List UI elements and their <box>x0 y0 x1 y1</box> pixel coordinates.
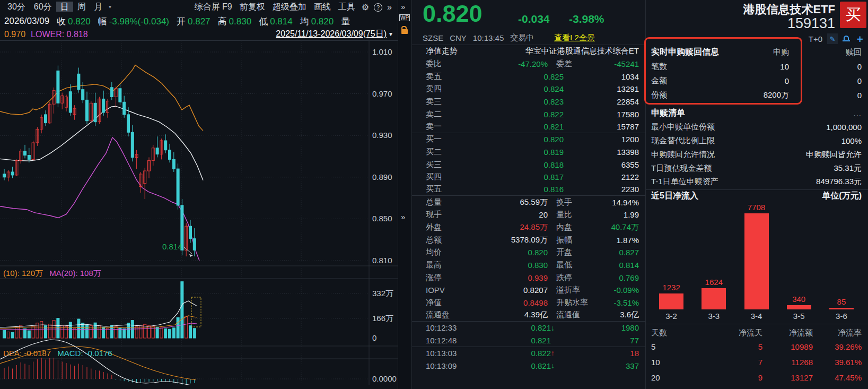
weibi-label: 委比 <box>426 59 460 69</box>
order-price[interactable]: 0.817 <box>458 172 564 181</box>
subscribe-value: 0 <box>731 76 789 85</box>
tab-period-0[interactable]: 30分 <box>3 2 30 12</box>
range-dropdown-icon[interactable]: ▼ <box>388 31 393 37</box>
ohlc-pair-0: 收0.820 <box>57 15 91 28</box>
flow-unit: 单位(万元) <box>822 191 862 202</box>
order-row-buy-3[interactable]: 买三0.8186355 <box>412 158 645 171</box>
stat-row-2: 外盘24.85万内盘40.74万 <box>412 221 645 234</box>
flow-table-cell: 5 <box>688 342 762 351</box>
flow-title: 近5日净流入 <box>651 191 698 202</box>
flow-table-cell: 39.26% <box>813 342 862 351</box>
order-price[interactable]: 0.820 <box>458 135 564 144</box>
order-price[interactable]: 0.818 <box>458 160 564 169</box>
alert-bell-icon[interactable] <box>843 36 850 42</box>
col-subscribe-header: 申购 <box>731 47 789 57</box>
order-price[interactable]: 0.825 <box>458 72 564 81</box>
stat-value: 5378.09万 <box>460 235 548 245</box>
flow-bar <box>787 305 811 309</box>
order-row-buy-4[interactable]: 买四0.8172122 <box>412 171 645 184</box>
ohlc-pair-6: 量 <box>341 15 350 28</box>
ohlc-value: -3.98%(-0.034) <box>109 16 169 27</box>
stat-label: 外盘 <box>426 222 460 232</box>
edit-pencil-icon[interactable]: ✎ <box>827 33 838 44</box>
order-row-sell-3[interactable]: 卖三0.82322854 <box>412 96 645 108</box>
tab-period-4[interactable]: 月 <box>90 2 107 12</box>
order-row-sell-2[interactable]: 卖二0.82217580 <box>412 108 645 120</box>
order-price[interactable]: 0.816 <box>458 185 564 194</box>
stat-value: 0.830 <box>460 261 548 270</box>
add-plus-icon[interactable]: ＋ <box>855 32 865 46</box>
period-dropdown-icon[interactable]: ▼ <box>108 5 112 10</box>
menu-item-3[interactable]: 画线 <box>310 2 335 12</box>
last-price: 0.820 <box>423 0 483 28</box>
tab-period-3[interactable]: 周 <box>73 2 90 12</box>
order-row-buy-5[interactable]: 买五0.8162230 <box>412 184 645 196</box>
collapse-handle-icon[interactable]: » <box>401 212 405 221</box>
sublist-value: 100% <box>715 136 862 145</box>
stat-label: 振幅 <box>556 235 605 245</box>
help-icon[interactable]: ? <box>374 3 382 12</box>
unlock-icon[interactable] <box>401 29 408 34</box>
date-range-link[interactable]: 2025/11/13-2026/03/09(75日) <box>276 29 387 40</box>
divider <box>646 324 868 324</box>
flow-bar-col-4: 85 <box>820 203 863 309</box>
ohlc-value: 0.814 <box>270 16 293 27</box>
expand-chevrons-icon[interactable]: » <box>401 2 405 11</box>
stat-value: 1.99 <box>605 210 639 219</box>
ohlc-label: 幅 <box>98 16 107 27</box>
flow-bar-value: 340 <box>792 295 805 304</box>
tab-period-1[interactable]: 60分 <box>30 2 56 12</box>
stat-label: 量比 <box>556 210 605 220</box>
sublist-label: 申购赎回允许情况 <box>651 150 715 160</box>
stat-row-4: 均价0.820开盘0.827 <box>412 246 645 259</box>
sublist-value: 申购赎回皆允许 <box>715 150 862 160</box>
order-label: 买二 <box>426 147 458 157</box>
ohlc-pair-2: 开0.827 <box>177 15 211 28</box>
menu-item-2[interactable]: 超级叠加 <box>269 2 310 12</box>
menu-item-0[interactable]: 综合屏 F9 <box>191 2 236 12</box>
wp-badge-icon[interactable]: WP <box>399 14 410 21</box>
order-label: 买四 <box>426 172 458 182</box>
stat-row-8: 净值0.8498升贴水率-3.51% <box>412 297 645 309</box>
order-row-sell-4[interactable]: 卖四0.82413291 <box>412 83 645 96</box>
arrow-up-icon: ↑ <box>551 349 562 357</box>
tab-period-2[interactable]: 日 <box>56 2 73 12</box>
price-axis-tick: 0.890 <box>372 172 392 181</box>
order-price[interactable]: 0.821 <box>458 122 564 131</box>
stat-value: 1.87% <box>605 236 639 245</box>
kline-chart[interactable]: 1.0100.9700.9300.8900.8500.810332万166万00… <box>0 41 398 385</box>
order-row-sell-5[interactable]: 卖五0.8251034 <box>412 70 645 83</box>
trade-volume: 18 <box>562 349 639 358</box>
stat-value: 40.74万 <box>605 222 639 232</box>
order-label: 卖一 <box>426 122 458 132</box>
exchange-label: SZSE <box>423 33 443 42</box>
net-inflow-x-axis: 3-23-33-43-53-6 <box>650 312 863 321</box>
trade-volume: 337 <box>562 361 639 370</box>
order-price[interactable]: 0.823 <box>458 97 564 106</box>
order-price[interactable]: 0.824 <box>458 84 564 93</box>
order-price[interactable]: 0.819 <box>458 148 564 157</box>
menu-item-4[interactable]: 工具 <box>335 2 359 12</box>
toolbar-more-icon[interactable]: » <box>384 3 394 12</box>
flow-bar <box>744 213 769 309</box>
buy-button[interactable]: 买 <box>840 2 866 28</box>
settings-gear-icon[interactable]: ⚙ <box>359 2 372 12</box>
net-inflow-table: 天数净流天净流额净流率551098939.26%1071126839.61%20… <box>651 326 862 385</box>
order-row-sell-1[interactable]: 卖一0.82115787 <box>412 120 645 133</box>
flow-bar <box>702 288 726 309</box>
more-ellipsis-button[interactable]: ... <box>853 109 862 118</box>
order-row-buy-1[interactable]: 买一0.8201200 <box>412 133 645 146</box>
order-volume: 2230 <box>564 185 639 194</box>
stat-label: 内盘 <box>556 222 605 232</box>
l2-panorama-link[interactable]: 查看L2全景 <box>554 33 595 43</box>
order-price[interactable]: 0.822 <box>458 110 564 119</box>
trading-status: 交易中 <box>510 33 534 43</box>
price-axis-tick: 0.970 <box>372 89 392 98</box>
menu-item-1[interactable]: 前复权 <box>236 2 269 12</box>
order-row-buy-2[interactable]: 买二0.81913398 <box>412 146 645 159</box>
sublist-row-3: T日预估现金差额35.31元 <box>646 161 868 175</box>
nav-value-row[interactable]: 净值走势华宝中证港股通信息技术综合ET <box>412 45 645 58</box>
stat-row-0: 总量65.59万换手14.94% <box>412 196 645 209</box>
trade-price: 0.822 <box>474 349 551 358</box>
stat-value: 65.59万 <box>460 197 548 208</box>
